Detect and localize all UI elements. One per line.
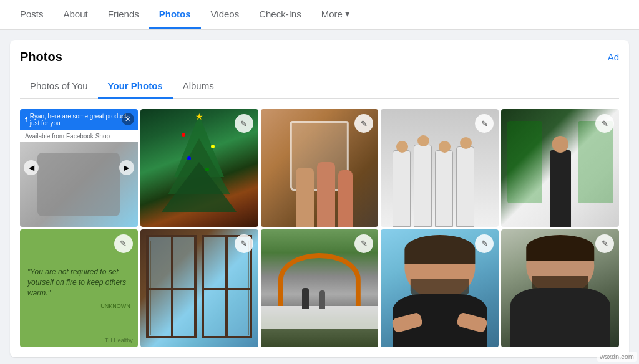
ad-photo-item[interactable]: f Ryan, here are some great products jus…: [20, 109, 138, 227]
ad-next-arrow[interactable]: ▶: [119, 160, 134, 175]
photo-christmas-tree[interactable]: ★ ✎: [140, 109, 258, 227]
tab-your-photos[interactable]: Your Photos: [98, 74, 173, 99]
pencil-icon: ✎: [602, 119, 608, 128]
nav-item-photos[interactable]: Photos: [149, 0, 201, 29]
edit-button[interactable]: ✎: [475, 114, 494, 133]
photo-karate-dragon[interactable]: ✎: [501, 109, 619, 227]
ad-close-button[interactable]: ✕: [122, 113, 134, 125]
nav-item-friends[interactable]: Friends: [98, 0, 149, 29]
page-title: Photos: [20, 50, 62, 64]
quote-brand: TH Healthy: [105, 337, 133, 343]
ad-text: Ryan, here are some great products just …: [30, 113, 133, 127]
ad-subtext: Available from Facebook Shop: [20, 130, 138, 142]
ad-prev-arrow[interactable]: ◀: [24, 160, 39, 175]
add-photos-link[interactable]: Ad: [608, 52, 619, 62]
pencil-icon: ✎: [361, 119, 368, 128]
quote-source: UNKNOWN: [27, 303, 130, 309]
pencil-icon: ✎: [481, 239, 488, 248]
nav-item-checkins[interactable]: Check-Ins: [249, 0, 311, 29]
pencil-icon: ✎: [602, 239, 608, 248]
profile-nav: Posts About Friends Photos Videos Check-…: [10, 0, 360, 29]
tab-photos-of-you[interactable]: Photos of You: [20, 74, 98, 99]
nav-bar: Posts About Friends Photos Videos Check-…: [0, 0, 639, 30]
photo-windows[interactable]: ✎: [140, 229, 258, 347]
nav-item-about[interactable]: About: [54, 0, 98, 29]
photo-glass-drink[interactable]: ✎: [261, 109, 379, 227]
pencil-icon: ✎: [240, 119, 247, 128]
edit-button[interactable]: ✎: [475, 234, 494, 253]
edit-button[interactable]: ✎: [354, 234, 373, 253]
nav-item-videos[interactable]: Videos: [201, 0, 250, 29]
edit-button[interactable]: ✎: [235, 114, 253, 133]
page-header: Photos Ad: [20, 50, 619, 64]
edit-button[interactable]: ✎: [595, 234, 614, 253]
photo-pumpkin-arch[interactable]: ✎: [261, 229, 379, 347]
pencil-icon: ✎: [240, 239, 247, 248]
photo-grid: f Ryan, here are some great products jus…: [20, 109, 619, 347]
pencil-icon: ✎: [120, 239, 127, 248]
edit-button[interactable]: ✎: [114, 234, 133, 253]
edit-button[interactable]: ✎: [595, 114, 614, 133]
tab-albums[interactable]: Albums: [173, 74, 224, 99]
pencil-icon: ✎: [361, 239, 368, 248]
quote-text: "You are not required to set yourself on…: [27, 267, 130, 298]
watermark: wsxdn.com: [597, 352, 637, 362]
photos-section: Photos Ad Photos of You Your Photos Albu…: [10, 40, 629, 357]
chevron-down-icon: ▾: [345, 8, 350, 19]
photo-selfie-2[interactable]: ✎: [501, 229, 619, 347]
photo-quote-card[interactable]: "You are not required to set yourself on…: [20, 229, 138, 347]
edit-button[interactable]: ✎: [354, 114, 373, 133]
photo-selfie-1[interactable]: ✎: [381, 229, 499, 347]
nav-item-posts[interactable]: Posts: [10, 0, 54, 29]
nav-item-more[interactable]: More ▾: [311, 0, 360, 29]
photo-karate-group[interactable]: ✎: [381, 109, 499, 227]
edit-button[interactable]: ✎: [235, 234, 253, 253]
pencil-icon: ✎: [481, 119, 488, 128]
photo-tabs: Photos of You Your Photos Albums: [20, 74, 619, 99]
